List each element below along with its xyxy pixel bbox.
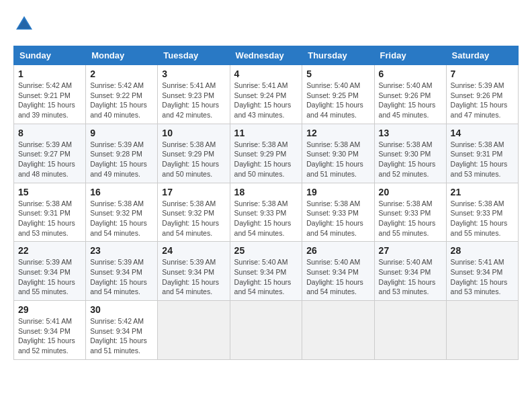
day-number: 3 <box>162 68 225 79</box>
day-number: 19 <box>306 187 369 197</box>
day-info: Sunrise: 5:40 AM Sunset: 9:34 PM Dayligh… <box>306 257 369 297</box>
day-cell-18: 18 Sunrise: 5:38 AM Sunset: 9:33 PM Dayl… <box>230 183 302 242</box>
day-cell-19: 19 Sunrise: 5:38 AM Sunset: 9:33 PM Dayl… <box>302 183 374 242</box>
day-info: Sunrise: 5:42 AM Sunset: 9:22 PM Dayligh… <box>90 81 153 120</box>
calendar: SundayMondayTuesdayWednesdayThursdayFrid… <box>13 46 519 360</box>
col-header-monday: Monday <box>86 46 158 65</box>
day-info: Sunrise: 5:38 AM Sunset: 9:29 PM Dayligh… <box>234 140 298 179</box>
day-cell-3: 3 Sunrise: 5:41 AM Sunset: 9:23 PM Dayli… <box>158 65 230 124</box>
day-info: Sunrise: 5:38 AM Sunset: 9:29 PM Dayligh… <box>162 140 225 179</box>
day-cell-8: 8 Sunrise: 5:39 AM Sunset: 9:27 PM Dayli… <box>14 124 86 183</box>
day-number: 23 <box>90 245 153 256</box>
col-header-thursday: Thursday <box>302 46 374 65</box>
day-number: 6 <box>379 68 442 79</box>
day-number: 7 <box>451 68 514 79</box>
day-info: Sunrise: 5:40 AM Sunset: 9:34 PM Dayligh… <box>234 257 298 297</box>
week-row-1: 1 Sunrise: 5:42 AM Sunset: 9:21 PM Dayli… <box>14 65 519 124</box>
day-cell-4: 4 Sunrise: 5:41 AM Sunset: 9:24 PM Dayli… <box>230 65 302 124</box>
day-cell-11: 11 Sunrise: 5:38 AM Sunset: 9:29 PM Dayl… <box>230 124 302 183</box>
day-cell-10: 10 Sunrise: 5:38 AM Sunset: 9:29 PM Dayl… <box>158 124 230 183</box>
day-cell-27: 27 Sunrise: 5:40 AM Sunset: 9:34 PM Dayl… <box>374 242 446 301</box>
day-number: 5 <box>306 68 369 79</box>
day-info: Sunrise: 5:41 AM Sunset: 9:34 PM Dayligh… <box>18 316 81 356</box>
day-number: 9 <box>90 128 153 138</box>
day-info: Sunrise: 5:39 AM Sunset: 9:34 PM Dayligh… <box>18 257 81 297</box>
day-info: Sunrise: 5:40 AM Sunset: 9:34 PM Dayligh… <box>379 257 442 297</box>
col-header-wednesday: Wednesday <box>230 46 302 65</box>
day-cell-26: 26 Sunrise: 5:40 AM Sunset: 9:34 PM Dayl… <box>302 242 374 301</box>
day-number: 20 <box>379 187 442 197</box>
day-info: Sunrise: 5:38 AM Sunset: 9:31 PM Dayligh… <box>18 199 81 238</box>
calendar-header-row: SundayMondayTuesdayWednesdayThursdayFrid… <box>14 46 519 65</box>
day-info: Sunrise: 5:40 AM Sunset: 9:26 PM Dayligh… <box>379 81 442 120</box>
day-info: Sunrise: 5:38 AM Sunset: 9:30 PM Dayligh… <box>306 140 369 179</box>
week-row-3: 15 Sunrise: 5:38 AM Sunset: 9:31 PM Dayl… <box>14 183 519 242</box>
day-cell-5: 5 Sunrise: 5:40 AM Sunset: 9:25 PM Dayli… <box>302 65 374 124</box>
day-number: 1 <box>18 68 81 79</box>
day-cell-15: 15 Sunrise: 5:38 AM Sunset: 9:31 PM Dayl… <box>14 183 86 242</box>
day-info: Sunrise: 5:39 AM Sunset: 9:27 PM Dayligh… <box>18 140 81 179</box>
day-info: Sunrise: 5:38 AM Sunset: 9:33 PM Dayligh… <box>306 199 369 238</box>
day-cell-24: 24 Sunrise: 5:39 AM Sunset: 9:34 PM Dayl… <box>158 242 230 301</box>
day-cell-7: 7 Sunrise: 5:39 AM Sunset: 9:26 PM Dayli… <box>446 65 518 124</box>
day-info: Sunrise: 5:40 AM Sunset: 9:25 PM Dayligh… <box>306 81 369 120</box>
day-cell-13: 13 Sunrise: 5:38 AM Sunset: 9:30 PM Dayl… <box>374 124 446 183</box>
page-header <box>13 13 519 35</box>
day-info: Sunrise: 5:38 AM Sunset: 9:33 PM Dayligh… <box>451 199 514 238</box>
day-number: 28 <box>451 245 514 256</box>
col-header-saturday: Saturday <box>446 46 518 65</box>
day-info: Sunrise: 5:38 AM Sunset: 9:32 PM Dayligh… <box>162 199 225 238</box>
day-number: 25 <box>234 245 298 256</box>
day-number: 21 <box>451 187 514 197</box>
day-number: 24 <box>162 245 225 256</box>
day-cell-29: 29 Sunrise: 5:41 AM Sunset: 9:34 PM Dayl… <box>14 301 86 360</box>
day-cell-21: 21 Sunrise: 5:38 AM Sunset: 9:33 PM Dayl… <box>446 183 518 242</box>
logo <box>13 13 38 35</box>
day-cell-1: 1 Sunrise: 5:42 AM Sunset: 9:21 PM Dayli… <box>14 65 86 124</box>
day-number: 18 <box>234 187 298 197</box>
day-info: Sunrise: 5:38 AM Sunset: 9:33 PM Dayligh… <box>234 199 298 238</box>
day-cell-16: 16 Sunrise: 5:38 AM Sunset: 9:32 PM Dayl… <box>86 183 158 242</box>
day-info: Sunrise: 5:41 AM Sunset: 9:24 PM Dayligh… <box>234 81 298 120</box>
week-row-5: 29 Sunrise: 5:41 AM Sunset: 9:34 PM Dayl… <box>14 301 519 360</box>
day-number: 2 <box>90 68 153 79</box>
day-cell-25: 25 Sunrise: 5:40 AM Sunset: 9:34 PM Dayl… <box>230 242 302 301</box>
empty-cell <box>446 301 518 360</box>
day-info: Sunrise: 5:39 AM Sunset: 9:26 PM Dayligh… <box>451 81 514 120</box>
day-cell-28: 28 Sunrise: 5:41 AM Sunset: 9:34 PM Dayl… <box>446 242 518 301</box>
day-number: 17 <box>162 187 225 197</box>
day-number: 13 <box>379 128 442 138</box>
day-cell-6: 6 Sunrise: 5:40 AM Sunset: 9:26 PM Dayli… <box>374 65 446 124</box>
day-cell-12: 12 Sunrise: 5:38 AM Sunset: 9:30 PM Dayl… <box>302 124 374 183</box>
empty-cell <box>374 301 446 360</box>
day-info: Sunrise: 5:41 AM Sunset: 9:34 PM Dayligh… <box>451 257 514 297</box>
empty-cell <box>230 301 302 360</box>
day-info: Sunrise: 5:41 AM Sunset: 9:23 PM Dayligh… <box>162 81 225 120</box>
col-header-sunday: Sunday <box>14 46 86 65</box>
week-row-2: 8 Sunrise: 5:39 AM Sunset: 9:27 PM Dayli… <box>14 124 519 183</box>
day-info: Sunrise: 5:38 AM Sunset: 9:30 PM Dayligh… <box>379 140 442 179</box>
day-number: 8 <box>18 128 81 138</box>
day-number: 29 <box>18 304 81 315</box>
day-number: 16 <box>90 187 153 197</box>
logo-icon <box>13 13 35 35</box>
week-row-4: 22 Sunrise: 5:39 AM Sunset: 9:34 PM Dayl… <box>14 242 519 301</box>
day-number: 14 <box>451 128 514 138</box>
day-info: Sunrise: 5:39 AM Sunset: 9:28 PM Dayligh… <box>90 140 153 179</box>
day-number: 26 <box>306 245 369 256</box>
day-cell-14: 14 Sunrise: 5:38 AM Sunset: 9:31 PM Dayl… <box>446 124 518 183</box>
day-number: 11 <box>234 128 298 138</box>
day-number: 22 <box>18 245 81 256</box>
day-number: 15 <box>18 187 81 197</box>
day-number: 12 <box>306 128 369 138</box>
day-cell-9: 9 Sunrise: 5:39 AM Sunset: 9:28 PM Dayli… <box>86 124 158 183</box>
day-number: 30 <box>90 304 153 315</box>
day-info: Sunrise: 5:38 AM Sunset: 9:31 PM Dayligh… <box>451 140 514 179</box>
day-info: Sunrise: 5:39 AM Sunset: 9:34 PM Dayligh… <box>90 257 153 297</box>
day-cell-17: 17 Sunrise: 5:38 AM Sunset: 9:32 PM Dayl… <box>158 183 230 242</box>
day-info: Sunrise: 5:42 AM Sunset: 9:21 PM Dayligh… <box>18 81 81 120</box>
day-cell-23: 23 Sunrise: 5:39 AM Sunset: 9:34 PM Dayl… <box>86 242 158 301</box>
day-info: Sunrise: 5:39 AM Sunset: 9:34 PM Dayligh… <box>162 257 225 297</box>
day-cell-30: 30 Sunrise: 5:42 AM Sunset: 9:34 PM Dayl… <box>86 301 158 360</box>
empty-cell <box>302 301 374 360</box>
